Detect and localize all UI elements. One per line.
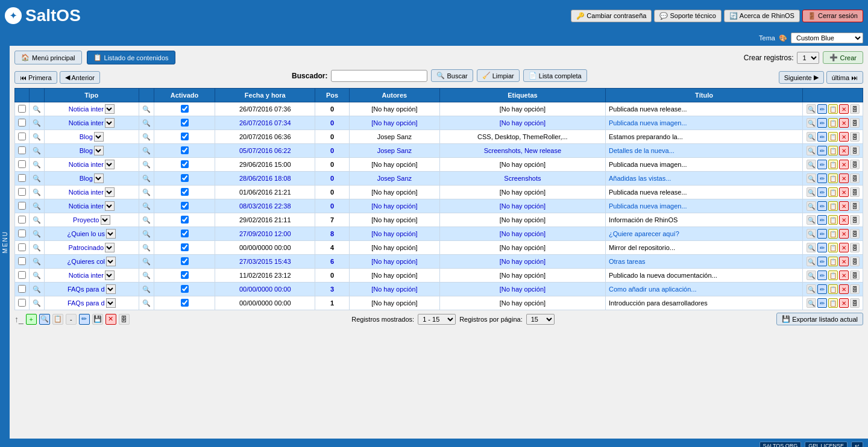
action-archive-icon[interactable]: 🗄 <box>850 118 860 128</box>
row-zoom-icon[interactable]: 🔍 <box>142 272 151 279</box>
action-delete-icon[interactable]: ✕ <box>839 104 849 114</box>
action-view-icon[interactable]: 🔍 <box>807 118 816 128</box>
row-tipo-link[interactable]: Blog <box>80 175 93 182</box>
records-range-select[interactable]: 1 - 15 16 - 30 <box>418 314 456 325</box>
row-tipo-select[interactable]: ▼ <box>105 187 115 197</box>
action-copy-icon[interactable]: 📋 <box>828 257 838 266</box>
bottom-archive-icon[interactable]: 🗄 <box>119 314 130 325</box>
row-tipo-link[interactable]: Noticia inter <box>69 161 104 168</box>
row-tipo-select[interactable]: ▼ <box>106 229 116 239</box>
row-zoom-icon[interactable]: 🔍 <box>142 299 151 307</box>
row-tipo-link[interactable]: Noticia inter <box>69 119 104 127</box>
row-zoom-icon[interactable]: 🔍 <box>142 175 151 182</box>
action-copy-icon[interactable]: 📋 <box>828 298 838 308</box>
row-zoom-icon[interactable]: 🔍 <box>142 105 151 113</box>
action-edit-icon[interactable]: ✏ <box>817 298 827 308</box>
row-tipo-select[interactable]: ▼ <box>106 298 116 308</box>
action-copy-icon[interactable]: 📋 <box>828 229 838 239</box>
row-titulo[interactable]: Otras tareas <box>609 258 646 265</box>
action-archive-icon[interactable]: 🗄 <box>850 132 860 142</box>
action-copy-icon[interactable]: 📋 <box>828 118 838 128</box>
row-activado-checkbox[interactable] <box>181 188 189 196</box>
row-search-icon[interactable]: 🔍 <box>33 272 41 279</box>
row-checkbox[interactable] <box>18 257 26 265</box>
row-checkbox[interactable] <box>18 230 26 237</box>
row-search-icon[interactable]: 🔍 <box>33 244 41 251</box>
action-view-icon[interactable]: 🔍 <box>807 270 816 280</box>
action-archive-icon[interactable]: 🗄 <box>850 201 860 211</box>
action-archive-icon[interactable]: 🗄 <box>850 284 860 294</box>
row-tipo-select[interactable]: ▼ <box>105 118 115 128</box>
row-tipo-link[interactable]: FAQs para d <box>68 286 105 293</box>
support-button[interactable]: 💬 Soporte técnico <box>654 10 721 22</box>
action-delete-icon[interactable]: ✕ <box>839 215 849 225</box>
action-delete-icon[interactable]: ✕ <box>839 201 849 211</box>
action-delete-icon[interactable]: ✕ <box>839 160 849 169</box>
row-search-icon[interactable]: 🔍 <box>33 202 41 210</box>
bottom-delete-icon[interactable]: ✕ <box>105 314 116 325</box>
bottom-edit-icon[interactable]: ✏ <box>79 314 90 325</box>
action-view-icon[interactable]: 🔍 <box>807 173 816 183</box>
row-tipo-select[interactable]: ▼ <box>106 284 116 294</box>
action-delete-icon[interactable]: ✕ <box>839 187 849 197</box>
row-checkbox[interactable] <box>18 202 26 210</box>
action-edit-icon[interactable]: ✏ <box>817 173 827 183</box>
action-archive-icon[interactable]: 🗄 <box>850 187 860 197</box>
row-titulo[interactable]: Publicada nueva imagen... <box>609 202 687 210</box>
row-activado-checkbox[interactable] <box>181 230 189 237</box>
row-zoom-icon[interactable]: 🔍 <box>142 244 151 251</box>
action-delete-icon[interactable]: ✕ <box>839 146 849 155</box>
row-activado-checkbox[interactable] <box>181 105 189 113</box>
bottom-copy-icon[interactable]: 📋 <box>52 314 63 325</box>
bottom-add-icon[interactable]: + <box>26 314 37 325</box>
row-checkbox[interactable] <box>18 243 26 251</box>
row-activado-checkbox[interactable] <box>181 299 189 307</box>
row-activado-checkbox[interactable] <box>181 257 189 265</box>
action-delete-icon[interactable]: ✕ <box>839 132 849 142</box>
action-archive-icon[interactable]: 🗄 <box>850 229 860 239</box>
row-checkbox[interactable] <box>18 133 26 140</box>
action-archive-icon[interactable]: 🗄 <box>850 215 860 225</box>
action-copy-icon[interactable]: 📋 <box>828 284 838 294</box>
row-search-icon[interactable]: 🔍 <box>33 230 41 237</box>
export-button[interactable]: 💾 Exportar listado actual <box>776 313 863 325</box>
action-copy-icon[interactable]: 📋 <box>828 132 838 142</box>
row-tipo-select[interactable]: ▼ <box>105 270 115 280</box>
row-activado-checkbox[interactable] <box>181 243 189 251</box>
action-archive-icon[interactable]: 🗄 <box>850 270 860 280</box>
row-titulo[interactable]: ¿Quiere aparecer aquí? <box>609 230 679 237</box>
row-activado-checkbox[interactable] <box>181 160 189 168</box>
row-tipo-select[interactable]: ▼ <box>105 243 115 252</box>
bottom-save-icon[interactable]: 💾 <box>92 314 103 325</box>
row-search-icon[interactable]: 🔍 <box>33 147 41 154</box>
row-search-icon[interactable]: 🔍 <box>33 216 41 224</box>
siguiente-button[interactable]: Siguiente ▶ <box>779 71 824 84</box>
action-copy-icon[interactable]: 📋 <box>828 160 838 169</box>
row-activado-checkbox[interactable] <box>181 271 189 279</box>
action-edit-icon[interactable]: ✏ <box>817 132 827 142</box>
action-edit-icon[interactable]: ✏ <box>817 160 827 169</box>
row-tipo-select[interactable]: ▼ <box>101 215 110 225</box>
row-zoom-icon[interactable]: 🔍 <box>142 258 151 265</box>
action-edit-icon[interactable]: ✏ <box>817 146 827 155</box>
row-activado-checkbox[interactable] <box>181 133 189 140</box>
logout-button[interactable]: 🚪 Cerrar sesión <box>802 10 863 22</box>
action-view-icon[interactable]: 🔍 <box>807 229 816 239</box>
row-tipo-link[interactable]: FAQs para d <box>68 299 105 307</box>
action-view-icon[interactable]: 🔍 <box>807 160 816 169</box>
listado-contenidos-button[interactable]: 📋 Listado de contenidos <box>87 51 175 64</box>
action-view-icon[interactable]: 🔍 <box>807 257 816 266</box>
row-search-icon[interactable]: 🔍 <box>33 299 41 307</box>
limpiar-button[interactable]: 🧹 Limpiar <box>477 69 520 82</box>
action-delete-icon[interactable]: ✕ <box>839 243 849 252</box>
create-button[interactable]: ➕ Crear <box>823 51 863 64</box>
row-titulo[interactable]: Como añadir una aplicación... <box>609 286 697 293</box>
action-delete-icon[interactable]: ✕ <box>839 270 849 280</box>
action-view-icon[interactable]: 🔍 <box>807 132 816 142</box>
action-delete-icon[interactable]: ✕ <box>839 257 849 266</box>
row-checkbox[interactable] <box>18 119 26 127</box>
row-zoom-icon[interactable]: 🔍 <box>142 230 151 237</box>
action-copy-icon[interactable]: 📋 <box>828 187 838 197</box>
row-search-icon[interactable]: 🔍 <box>33 105 41 113</box>
action-copy-icon[interactable]: 📋 <box>828 270 838 280</box>
